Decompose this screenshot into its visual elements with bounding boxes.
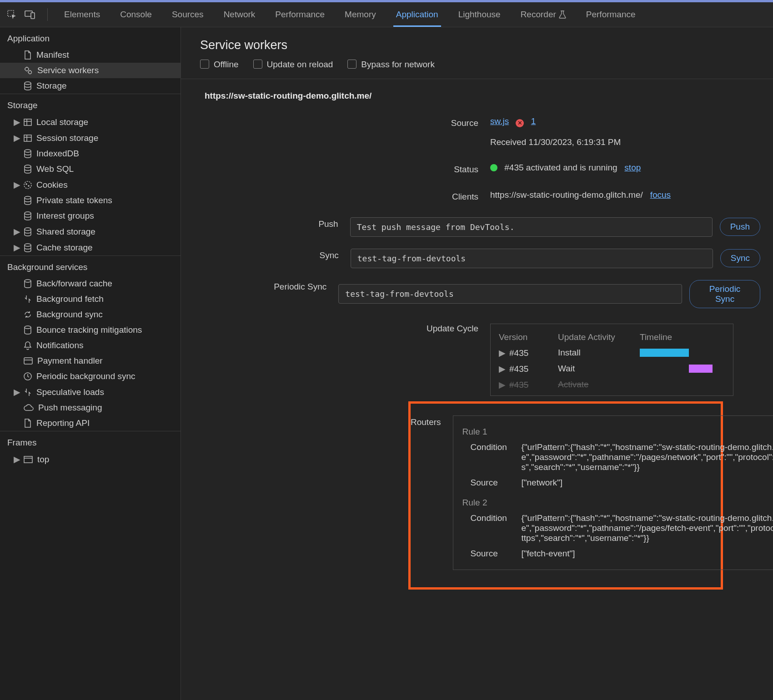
disclosure-icon: ▶: [14, 226, 19, 237]
fetch-icon: [24, 388, 32, 397]
rule2-source-key: Source: [462, 549, 522, 559]
cookie-icon: [24, 181, 32, 189]
sidebar-item-payment-handler[interactable]: Payment handler: [0, 353, 181, 369]
uc-header-version: Version: [499, 332, 558, 342]
bell-icon: [24, 341, 32, 350]
svg-rect-21: [24, 456, 32, 463]
sidebar-item-background-fetch[interactable]: Background fetch: [0, 291, 181, 307]
sidebar-item-bounce-tracking[interactable]: Bounce tracking mitigations: [0, 322, 181, 338]
tab-memory[interactable]: Memory: [335, 2, 386, 27]
sidebar-item-service-workers[interactable]: Service workers: [0, 63, 181, 78]
sidebar-item-cache-storage[interactable]: ▶ Cache storage: [0, 240, 181, 255]
sidebar-item-background-sync[interactable]: Background sync: [0, 307, 181, 322]
svg-point-13: [25, 196, 31, 199]
update-on-reload-checkbox[interactable]: Update on reload: [253, 60, 333, 70]
received-text: Received 11/30/2023, 6:19:31 PM: [490, 137, 760, 147]
offline-checkbox[interactable]: Offline: [200, 60, 239, 70]
document-icon: [24, 50, 32, 60]
sidebar-item-bfcache[interactable]: Back/forward cache: [0, 276, 181, 291]
database-icon: [24, 325, 32, 335]
tab-elements[interactable]: Elements: [54, 2, 110, 27]
svg-point-14: [25, 212, 31, 215]
sidebar-item-periodic-sync[interactable]: Periodic background sync: [0, 369, 181, 384]
sidebar-section-frames[interactable]: Frames: [0, 431, 181, 451]
sidebar-item-push-messaging[interactable]: Push messaging: [0, 400, 181, 415]
periodic-sync-input[interactable]: [338, 284, 682, 304]
application-sidebar: Application Manifest Service workers Sto…: [0, 27, 181, 700]
periodic-sync-button[interactable]: Periodic Sync: [689, 280, 760, 308]
sidebar-item-storage[interactable]: Storage: [0, 78, 181, 94]
table-icon: [24, 135, 32, 142]
device-toggle-icon[interactable]: [23, 7, 37, 22]
sw-source-link[interactable]: sw.js: [490, 116, 509, 126]
push-button[interactable]: Push: [720, 218, 760, 236]
tab-console[interactable]: Console: [110, 2, 162, 27]
database-icon: [24, 227, 32, 236]
push-input[interactable]: [350, 217, 713, 237]
sidebar-section-application[interactable]: Application: [0, 27, 181, 47]
tab-lighthouse[interactable]: Lighthouse: [448, 2, 511, 27]
sidebar-item-notifications[interactable]: Notifications: [0, 338, 181, 353]
update-cycle-label: Update Cycle: [181, 322, 490, 334]
uc-row-activate[interactable]: ▶#435 Activate: [491, 377, 733, 393]
focus-link[interactable]: focus: [650, 190, 671, 200]
disclosure-icon: ▶: [14, 180, 19, 190]
database-icon: [24, 243, 32, 252]
push-label: Push: [181, 217, 350, 229]
svg-point-10: [24, 181, 31, 189]
rule1-source-key: Source: [462, 478, 522, 488]
rule1-condition-key: Condition: [462, 442, 522, 472]
periodic-sync-label: Periodic Sync: [181, 280, 338, 292]
sidebar-item-manifest[interactable]: Manifest: [0, 47, 181, 63]
bypass-network-checkbox[interactable]: Bypass for network: [347, 60, 435, 70]
uc-row-install[interactable]: ▶#435 Install: [491, 345, 733, 361]
sync-icon: [24, 310, 32, 319]
database-icon: [24, 211, 32, 220]
tab-recorder[interactable]: Recorder: [511, 2, 576, 27]
svg-point-16: [25, 244, 31, 246]
sidebar-item-indexeddb[interactable]: IndexedDB: [0, 146, 181, 161]
error-icon[interactable]: ✕: [516, 119, 524, 127]
tab-network[interactable]: Network: [214, 2, 266, 27]
sidebar-section-background[interactable]: Background services: [0, 255, 181, 276]
toolbar-divider: [47, 8, 48, 21]
svg-rect-6: [24, 119, 31, 125]
uc-row-wait[interactable]: ▶#435 Wait: [491, 361, 733, 377]
status-dot-icon: [490, 164, 497, 171]
sidebar-item-top-frame[interactable]: ▶ top: [0, 451, 181, 467]
frame-icon: [24, 456, 33, 463]
tab-sources[interactable]: Sources: [162, 2, 214, 27]
sidebar-item-websql[interactable]: Web SQL: [0, 161, 181, 177]
sidebar-item-session-storage[interactable]: ▶ Session storage: [0, 130, 181, 146]
svg-point-8: [25, 150, 31, 152]
sidebar-item-private-state-tokens[interactable]: Private state tokens: [0, 193, 181, 208]
disclosure-icon: ▶: [14, 133, 19, 143]
sidebar-section-storage[interactable]: Storage: [0, 94, 181, 114]
database-icon: [24, 165, 32, 174]
stop-link[interactable]: stop: [624, 163, 641, 172]
tab-performance-insights[interactable]: Performance: [576, 2, 646, 27]
sidebar-item-speculative-loads[interactable]: ▶ Speculative loads: [0, 384, 181, 400]
sidebar-item-shared-storage[interactable]: ▶ Shared storage: [0, 224, 181, 240]
disclosure-icon: ▶: [14, 454, 19, 465]
tab-performance[interactable]: Performance: [265, 2, 335, 27]
sidebar-item-cookies[interactable]: ▶ Cookies: [0, 177, 181, 193]
tab-application[interactable]: Application: [386, 2, 448, 27]
svg-point-18: [25, 326, 31, 329]
database-icon: [24, 149, 32, 158]
svg-rect-19: [24, 358, 32, 364]
sidebar-item-reporting-api[interactable]: Reporting API: [0, 415, 181, 431]
sync-input[interactable]: [351, 249, 713, 268]
sidebar-item-interest-groups[interactable]: Interest groups: [0, 208, 181, 224]
sidebar-item-local-storage[interactable]: ▶ Local storage: [0, 114, 181, 130]
inspect-icon[interactable]: [5, 7, 19, 22]
fetch-icon: [24, 295, 32, 304]
status-text: #435 activated and is running: [504, 163, 617, 172]
disclosure-icon: ▶: [499, 348, 506, 358]
rule1-source-value: ["network"]: [522, 478, 773, 488]
update-cycle-table: Version Update Activity Timeline ▶#435 I…: [490, 324, 733, 396]
sw-error-count[interactable]: 1: [531, 116, 536, 126]
database-icon: [24, 279, 32, 288]
database-icon: [24, 81, 32, 90]
sync-button[interactable]: Sync: [720, 249, 760, 267]
